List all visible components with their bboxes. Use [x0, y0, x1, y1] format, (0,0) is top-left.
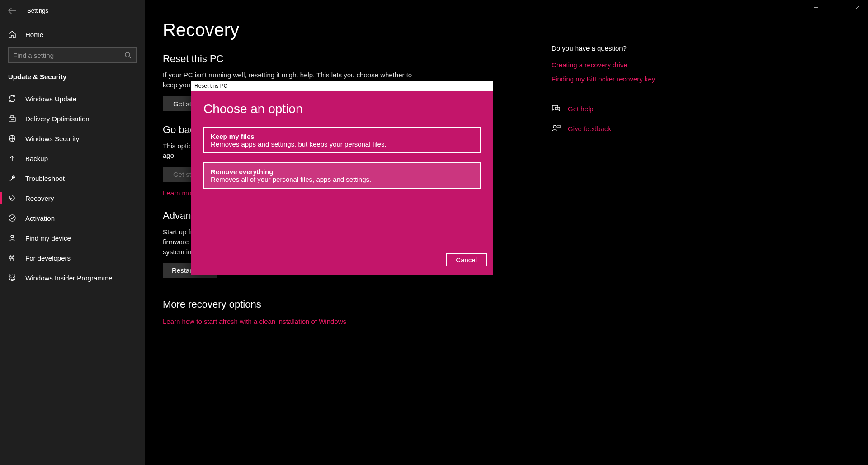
svg-point-2	[125, 52, 130, 57]
sidebar-item-activation[interactable]: Activation	[0, 208, 145, 228]
sidebar-item-label: Delivery Optimisation	[25, 115, 90, 123]
option-sub: Removes all of your personal files, apps…	[211, 176, 473, 183]
chat-icon	[552, 104, 561, 113]
backup-icon	[8, 154, 17, 162]
sidebar-item-label: Windows Security	[25, 135, 79, 142]
feedback-icon	[552, 124, 561, 133]
recovery-drive-link[interactable]: Creating a recovery drive	[552, 61, 723, 69]
sidebar-item-delivery-optimisation[interactable]: Delivery Optimisation	[0, 109, 145, 128]
sidebar-item-insider-programme[interactable]: Windows Insider Programme	[0, 268, 145, 288]
home-item[interactable]: Home	[0, 25, 145, 44]
give-feedback-action[interactable]: Give feedback	[552, 124, 723, 133]
svg-rect-6	[9, 257, 11, 259]
cancel-button[interactable]: Cancel	[446, 253, 487, 266]
remove-everything-option[interactable]: Remove everything Removes all of your pe…	[203, 162, 481, 189]
svg-rect-1	[835, 5, 839, 9]
more-heading: More recovery options	[163, 299, 552, 310]
dialog-heading: Choose an option	[203, 102, 481, 116]
recovery-icon	[8, 194, 17, 202]
sidebar-item-backup[interactable]: Backup	[0, 148, 145, 168]
home-label: Home	[25, 31, 43, 38]
bitlocker-key-link[interactable]: Finding my BitLocker recovery key	[552, 75, 723, 83]
keep-my-files-option[interactable]: Keep my files Removes apps and settings,…	[203, 127, 481, 153]
get-help-action[interactable]: Get help	[552, 104, 723, 113]
sidebar-item-troubleshoot[interactable]: Troubleshoot	[0, 168, 145, 188]
wrench-icon	[8, 174, 17, 182]
reset-heading: Reset this PC	[163, 53, 552, 65]
page-title: Recovery	[163, 20, 552, 40]
dialog-titlebar: Reset this PC	[191, 81, 493, 91]
sidebar-item-label: Windows Insider Programme	[25, 274, 113, 282]
option-sub: Removes apps and settings, but keeps you…	[211, 140, 473, 148]
maximize-button[interactable]	[826, 0, 847, 14]
category-label: Update & Security	[0, 71, 145, 89]
search-input[interactable]	[13, 52, 125, 59]
shield-icon	[8, 134, 17, 142]
reset-pc-dialog: Reset this PC Choose an option Keep my f…	[191, 81, 493, 275]
minimize-button[interactable]	[806, 0, 826, 14]
home-icon	[8, 30, 17, 38]
sync-icon	[8, 95, 17, 103]
clean-install-link[interactable]: Learn how to start afresh with a clean i…	[163, 318, 346, 325]
back-arrow-icon[interactable]	[8, 8, 18, 14]
option-title: Keep my files	[211, 133, 473, 140]
sidebar-item-label: Recovery	[25, 195, 54, 202]
check-circle-icon	[8, 214, 17, 222]
sidebar-item-label: Find my device	[25, 234, 71, 242]
sidebar-item-for-developers[interactable]: For developers	[0, 248, 145, 268]
search-icon	[125, 52, 132, 59]
option-title: Remove everything	[211, 168, 473, 176]
sidebar-item-windows-update[interactable]: Windows Update	[0, 89, 145, 109]
sidebar: Settings Home Update & Security Windows …	[0, 0, 145, 465]
give-feedback-label: Give feedback	[568, 125, 611, 133]
sidebar-item-label: Troubleshoot	[25, 175, 65, 182]
svg-rect-12	[557, 125, 560, 128]
window-title: Settings	[27, 7, 48, 14]
get-help-label: Get help	[568, 105, 594, 113]
sidebar-item-label: Windows Update	[25, 95, 76, 103]
svg-point-5	[11, 235, 14, 238]
question-heading: Do you have a question?	[552, 44, 723, 52]
search-box[interactable]	[8, 47, 137, 63]
insider-icon	[8, 274, 17, 282]
svg-rect-7	[12, 257, 14, 259]
sidebar-item-label: For developers	[25, 254, 71, 262]
close-button[interactable]	[847, 0, 868, 14]
svg-rect-0	[814, 7, 818, 8]
window-controls	[806, 0, 868, 14]
svg-point-9	[11, 277, 12, 278]
find-device-icon	[8, 234, 17, 242]
svg-point-10	[13, 277, 14, 278]
sidebar-item-find-my-device[interactable]: Find my device	[0, 228, 145, 248]
sidebar-item-windows-security[interactable]: Windows Security	[0, 128, 145, 148]
svg-point-11	[553, 125, 556, 128]
delivery-icon	[8, 114, 17, 123]
sidebar-item-label: Backup	[25, 155, 48, 162]
svg-point-4	[9, 215, 15, 221]
sidebar-item-label: Activation	[25, 214, 55, 222]
developers-icon	[8, 254, 17, 262]
sidebar-item-recovery[interactable]: Recovery	[0, 188, 145, 208]
